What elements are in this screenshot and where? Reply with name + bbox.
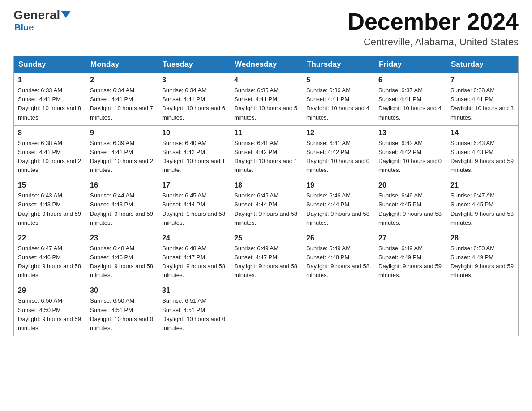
day-number: 7 xyxy=(450,76,514,84)
day-number: 11 xyxy=(234,129,298,137)
day-info: Sunrise: 6:49 AMSunset: 4:47 PMDaylight:… xyxy=(234,245,297,278)
calendar-cell: 20 Sunrise: 6:46 AMSunset: 4:45 PMDaylig… xyxy=(374,178,446,231)
day-info: Sunrise: 6:49 AMSunset: 4:49 PMDaylight:… xyxy=(378,245,442,278)
day-info: Sunrise: 6:46 AMSunset: 4:44 PMDaylight:… xyxy=(306,192,369,226)
day-number: 31 xyxy=(162,287,226,295)
logo-main: General xyxy=(13,9,71,21)
calendar-cell: 2 Sunrise: 6:34 AMSunset: 4:41 PMDayligh… xyxy=(86,73,158,126)
day-number: 21 xyxy=(450,181,514,189)
calendar-week-row: 15 Sunrise: 6:43 AMSunset: 4:43 PMDaylig… xyxy=(14,178,519,231)
day-info: Sunrise: 6:33 AMSunset: 4:41 PMDaylight:… xyxy=(18,87,81,120)
day-info: Sunrise: 6:34 AMSunset: 4:41 PMDaylight:… xyxy=(162,87,225,120)
day-info: Sunrise: 6:47 AMSunset: 4:45 PMDaylight:… xyxy=(450,192,514,226)
day-info: Sunrise: 6:45 AMSunset: 4:44 PMDaylight:… xyxy=(234,192,297,226)
calendar-cell xyxy=(230,283,302,336)
day-info: Sunrise: 6:48 AMSunset: 4:47 PMDaylight:… xyxy=(162,245,225,278)
day-number: 30 xyxy=(90,287,154,295)
calendar-cell: 11 Sunrise: 6:41 AMSunset: 4:42 PMDaylig… xyxy=(230,125,302,178)
day-number: 20 xyxy=(378,181,442,189)
logo: General Blue xyxy=(13,9,71,33)
calendar-cell: 28 Sunrise: 6:50 AMSunset: 4:49 PMDaylig… xyxy=(446,231,519,283)
day-info: Sunrise: 6:49 AMSunset: 4:48 PMDaylight:… xyxy=(306,245,369,278)
day-info: Sunrise: 6:41 AMSunset: 4:42 PMDaylight:… xyxy=(234,140,297,173)
calendar-cell xyxy=(446,283,519,336)
calendar-week-row: 1 Sunrise: 6:33 AMSunset: 4:41 PMDayligh… xyxy=(14,73,519,126)
day-number: 15 xyxy=(18,181,82,189)
day-info: Sunrise: 6:42 AMSunset: 4:42 PMDaylight:… xyxy=(378,140,442,173)
day-number: 17 xyxy=(162,181,226,189)
day-info: Sunrise: 6:36 AMSunset: 4:41 PMDaylight:… xyxy=(306,87,369,120)
calendar-cell: 22 Sunrise: 6:47 AMSunset: 4:46 PMDaylig… xyxy=(14,231,86,283)
calendar-cell: 5 Sunrise: 6:36 AMSunset: 4:41 PMDayligh… xyxy=(302,73,374,126)
day-number: 24 xyxy=(162,234,226,242)
col-header-friday: Friday xyxy=(374,56,446,73)
col-header-sunday: Sunday xyxy=(14,56,86,73)
day-info: Sunrise: 6:45 AMSunset: 4:44 PMDaylight:… xyxy=(162,192,225,226)
calendar-cell: 21 Sunrise: 6:47 AMSunset: 4:45 PMDaylig… xyxy=(446,178,519,231)
day-number: 19 xyxy=(306,181,370,189)
day-number: 8 xyxy=(18,129,82,137)
day-info: Sunrise: 6:48 AMSunset: 4:46 PMDaylight:… xyxy=(90,245,153,278)
calendar-cell: 12 Sunrise: 6:41 AMSunset: 4:42 PMDaylig… xyxy=(302,125,374,178)
calendar-cell: 8 Sunrise: 6:38 AMSunset: 4:41 PMDayligh… xyxy=(14,125,86,178)
calendar-cell: 1 Sunrise: 6:33 AMSunset: 4:41 PMDayligh… xyxy=(14,73,86,126)
day-number: 1 xyxy=(18,76,82,84)
day-number: 5 xyxy=(306,76,370,84)
day-number: 10 xyxy=(162,129,226,137)
calendar-cell: 4 Sunrise: 6:35 AMSunset: 4:41 PMDayligh… xyxy=(230,73,302,126)
calendar-cell: 15 Sunrise: 6:43 AMSunset: 4:43 PMDaylig… xyxy=(14,178,86,231)
calendar-cell: 6 Sunrise: 6:37 AMSunset: 4:41 PMDayligh… xyxy=(374,73,446,126)
day-number: 14 xyxy=(450,129,514,137)
day-number: 22 xyxy=(18,234,82,242)
calendar-cell: 24 Sunrise: 6:48 AMSunset: 4:47 PMDaylig… xyxy=(158,231,230,283)
col-header-saturday: Saturday xyxy=(446,56,519,73)
month-year-title: December 2024 xyxy=(348,9,519,34)
day-number: 16 xyxy=(90,181,154,189)
calendar-cell: 19 Sunrise: 6:46 AMSunset: 4:44 PMDaylig… xyxy=(302,178,374,231)
calendar-cell: 3 Sunrise: 6:34 AMSunset: 4:41 PMDayligh… xyxy=(158,73,230,126)
col-header-wednesday: Wednesday xyxy=(230,56,302,73)
day-info: Sunrise: 6:50 AMSunset: 4:49 PMDaylight:… xyxy=(450,245,514,278)
calendar-cell: 17 Sunrise: 6:45 AMSunset: 4:44 PMDaylig… xyxy=(158,178,230,231)
day-number: 2 xyxy=(90,76,154,84)
calendar-cell xyxy=(302,283,374,336)
calendar-cell: 7 Sunrise: 6:38 AMSunset: 4:41 PMDayligh… xyxy=(446,73,519,126)
col-header-tuesday: Tuesday xyxy=(158,56,230,73)
day-info: Sunrise: 6:51 AMSunset: 4:51 PMDaylight:… xyxy=(162,297,225,331)
title-area: December 2024 Centreville, Alabama, Unit… xyxy=(348,9,519,48)
day-info: Sunrise: 6:40 AMSunset: 4:42 PMDaylight:… xyxy=(162,140,225,173)
logo-sub: Blue xyxy=(14,22,34,33)
day-info: Sunrise: 6:41 AMSunset: 4:42 PMDaylight:… xyxy=(306,140,369,173)
calendar-cell xyxy=(374,283,446,336)
day-info: Sunrise: 6:43 AMSunset: 4:43 PMDaylight:… xyxy=(450,140,514,173)
day-number: 28 xyxy=(450,234,514,242)
day-number: 18 xyxy=(234,181,298,189)
day-info: Sunrise: 6:38 AMSunset: 4:41 PMDaylight:… xyxy=(450,87,514,120)
day-info: Sunrise: 6:47 AMSunset: 4:46 PMDaylight:… xyxy=(18,245,81,278)
day-info: Sunrise: 6:46 AMSunset: 4:45 PMDaylight:… xyxy=(378,192,442,226)
day-number: 26 xyxy=(306,234,370,242)
day-info: Sunrise: 6:35 AMSunset: 4:41 PMDaylight:… xyxy=(234,87,297,120)
calendar-cell: 29 Sunrise: 6:50 AMSunset: 4:50 PMDaylig… xyxy=(14,283,86,336)
day-number: 4 xyxy=(234,76,298,84)
calendar-cell: 31 Sunrise: 6:51 AMSunset: 4:51 PMDaylig… xyxy=(158,283,230,336)
calendar-cell: 30 Sunrise: 6:50 AMSunset: 4:51 PMDaylig… xyxy=(86,283,158,336)
day-info: Sunrise: 6:50 AMSunset: 4:50 PMDaylight:… xyxy=(18,297,81,331)
day-info: Sunrise: 6:43 AMSunset: 4:43 PMDaylight:… xyxy=(18,192,81,226)
calendar-cell: 23 Sunrise: 6:48 AMSunset: 4:46 PMDaylig… xyxy=(86,231,158,283)
calendar-cell: 16 Sunrise: 6:44 AMSunset: 4:43 PMDaylig… xyxy=(86,178,158,231)
day-info: Sunrise: 6:39 AMSunset: 4:41 PMDaylight:… xyxy=(90,140,153,173)
day-info: Sunrise: 6:38 AMSunset: 4:41 PMDaylight:… xyxy=(18,140,81,173)
logo-triangle-icon xyxy=(61,11,71,18)
day-number: 9 xyxy=(90,129,154,137)
day-info: Sunrise: 6:37 AMSunset: 4:41 PMDaylight:… xyxy=(378,87,442,120)
page-header: General Blue December 2024 Centreville, … xyxy=(13,9,519,48)
day-number: 25 xyxy=(234,234,298,242)
day-info: Sunrise: 6:50 AMSunset: 4:51 PMDaylight:… xyxy=(90,297,153,331)
day-number: 13 xyxy=(378,129,442,137)
day-number: 3 xyxy=(162,76,226,84)
day-number: 29 xyxy=(18,287,82,295)
day-info: Sunrise: 6:34 AMSunset: 4:41 PMDaylight:… xyxy=(90,87,153,120)
day-number: 12 xyxy=(306,129,370,137)
col-header-monday: Monday xyxy=(86,56,158,73)
